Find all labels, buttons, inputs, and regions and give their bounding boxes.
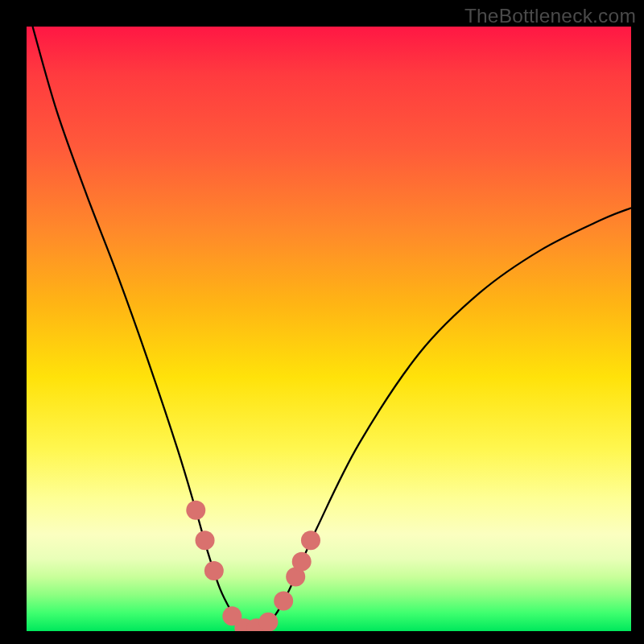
curve-marker [292,552,312,572]
curve-marker [204,561,224,580]
curve-marker [274,591,293,610]
curve-marker [196,530,215,550]
bottleneck-curve [33,27,631,630]
curve-marker [186,501,205,520]
curve-marker [258,613,278,631]
chart-svg [27,27,631,631]
bottleneck-curve-path [33,27,631,630]
watermark-text: TheBottleneck.com [464,5,636,27]
chart-frame: TheBottleneck.com [0,0,644,644]
marker-cluster [186,501,320,631]
curve-marker [301,530,320,550]
